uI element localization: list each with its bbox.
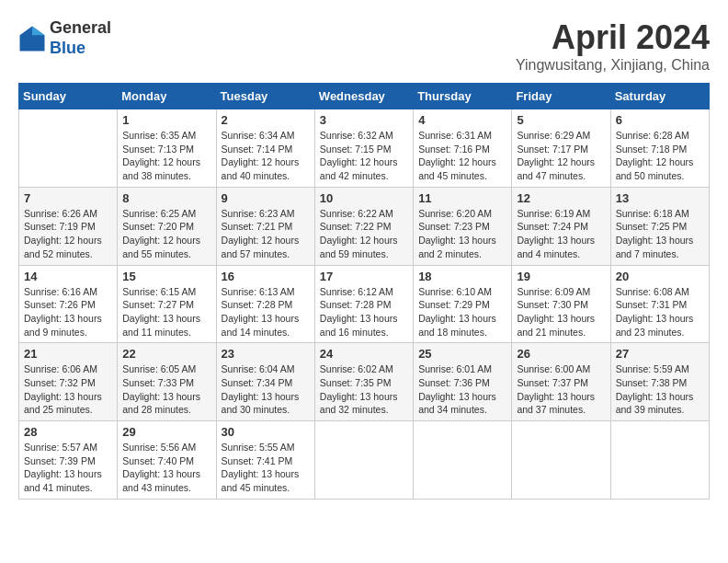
day-info: Sunrise: 6:13 AMSunset: 7:28 PMDaylight:… — [222, 285, 310, 339]
day-info: Sunrise: 6:22 AMSunset: 7:22 PMDaylight:… — [320, 207, 408, 261]
location: Yingwusitang, Xinjiang, China — [516, 57, 710, 74]
day-info: Sunrise: 6:18 AMSunset: 7:25 PMDaylight:… — [616, 207, 704, 261]
calendar-week-row: 28Sunrise: 5:57 AMSunset: 7:39 PMDayligh… — [19, 421, 710, 500]
day-number: 6 — [616, 113, 704, 127]
calendar-cell: 30Sunrise: 5:55 AMSunset: 7:41 PMDayligh… — [216, 421, 314, 500]
day-number: 26 — [517, 347, 605, 361]
calendar-week-row: 7Sunrise: 6:26 AMSunset: 7:19 PMDaylight… — [19, 187, 710, 265]
page-header: General Blue April 2024 Yingwusitang, Xi… — [18, 18, 710, 74]
day-info: Sunrise: 5:59 AMSunset: 7:38 PMDaylight:… — [616, 362, 704, 417]
calendar-cell: 7Sunrise: 6:26 AMSunset: 7:19 PMDaylight… — [19, 187, 118, 265]
logo-text: General Blue — [50, 18, 111, 58]
day-number: 15 — [122, 270, 210, 283]
day-number: 29 — [122, 425, 210, 439]
calendar-cell — [414, 421, 512, 500]
logo: General Blue — [18, 18, 111, 58]
day-info: Sunrise: 6:19 AMSunset: 7:24 PMDaylight:… — [517, 207, 605, 261]
day-number: 7 — [24, 191, 112, 205]
calendar-cell: 12Sunrise: 6:19 AMSunset: 7:24 PMDayligh… — [512, 187, 610, 265]
calendar-cell: 14Sunrise: 6:16 AMSunset: 7:26 PMDayligh… — [19, 265, 118, 343]
day-number: 9 — [222, 191, 310, 205]
calendar-cell: 23Sunrise: 6:04 AMSunset: 7:34 PMDayligh… — [216, 343, 314, 421]
calendar-cell: 1Sunrise: 6:35 AMSunset: 7:13 PMDaylight… — [118, 109, 216, 188]
day-info: Sunrise: 6:09 AMSunset: 7:30 PMDaylight:… — [517, 285, 605, 339]
day-info: Sunrise: 6:00 AMSunset: 7:37 PMDaylight:… — [517, 362, 605, 417]
calendar-cell: 17Sunrise: 6:12 AMSunset: 7:28 PMDayligh… — [314, 265, 413, 343]
day-info: Sunrise: 6:29 AMSunset: 7:17 PMDaylight:… — [517, 129, 605, 183]
logo-icon — [18, 25, 46, 52]
calendar-day-header: Friday — [512, 84, 610, 109]
day-info: Sunrise: 6:16 AMSunset: 7:26 PMDaylight:… — [24, 285, 112, 339]
title-section: April 2024 Yingwusitang, Xinjiang, China — [516, 18, 710, 74]
calendar-cell: 21Sunrise: 6:06 AMSunset: 7:32 PMDayligh… — [19, 343, 118, 421]
day-info: Sunrise: 6:12 AMSunset: 7:28 PMDaylight:… — [320, 285, 408, 339]
day-number: 22 — [122, 347, 210, 361]
calendar-cell: 16Sunrise: 6:13 AMSunset: 7:28 PMDayligh… — [216, 265, 314, 343]
day-number: 8 — [122, 191, 210, 205]
day-info: Sunrise: 6:04 AMSunset: 7:34 PMDaylight:… — [222, 362, 310, 417]
day-number: 21 — [24, 347, 112, 361]
calendar-table: SundayMondayTuesdayWednesdayThursdayFrid… — [18, 83, 710, 500]
day-info: Sunrise: 6:34 AMSunset: 7:14 PMDaylight:… — [222, 129, 310, 183]
calendar-cell: 26Sunrise: 6:00 AMSunset: 7:37 PMDayligh… — [512, 343, 610, 421]
calendar-cell: 3Sunrise: 6:32 AMSunset: 7:15 PMDaylight… — [314, 109, 413, 188]
day-number: 24 — [320, 347, 408, 361]
day-number: 3 — [320, 113, 408, 127]
calendar-cell — [512, 421, 610, 500]
day-number: 13 — [616, 191, 704, 205]
day-number: 18 — [418, 270, 506, 283]
day-info: Sunrise: 6:05 AMSunset: 7:33 PMDaylight:… — [122, 362, 210, 417]
calendar-cell — [19, 109, 118, 188]
calendar-cell: 24Sunrise: 6:02 AMSunset: 7:35 PMDayligh… — [314, 343, 413, 421]
calendar-cell — [610, 421, 709, 500]
calendar-cell: 29Sunrise: 5:56 AMSunset: 7:40 PMDayligh… — [118, 421, 216, 500]
day-number: 10 — [320, 191, 408, 205]
day-info: Sunrise: 6:10 AMSunset: 7:29 PMDaylight:… — [418, 285, 506, 339]
calendar-day-header: Saturday — [610, 84, 709, 109]
calendar-week-row: 1Sunrise: 6:35 AMSunset: 7:13 PMDaylight… — [19, 109, 710, 188]
svg-marker-1 — [32, 26, 45, 35]
day-number: 19 — [517, 270, 605, 283]
day-number: 1 — [122, 113, 210, 127]
day-info: Sunrise: 6:26 AMSunset: 7:19 PMDaylight:… — [24, 207, 112, 261]
day-info: Sunrise: 6:28 AMSunset: 7:18 PMDaylight:… — [616, 129, 704, 183]
calendar-cell: 22Sunrise: 6:05 AMSunset: 7:33 PMDayligh… — [118, 343, 216, 421]
calendar-header-row: SundayMondayTuesdayWednesdayThursdayFrid… — [19, 84, 710, 109]
calendar-cell: 15Sunrise: 6:15 AMSunset: 7:27 PMDayligh… — [118, 265, 216, 343]
calendar-cell: 13Sunrise: 6:18 AMSunset: 7:25 PMDayligh… — [610, 187, 709, 265]
day-info: Sunrise: 6:15 AMSunset: 7:27 PMDaylight:… — [122, 285, 210, 339]
calendar-cell: 19Sunrise: 6:09 AMSunset: 7:30 PMDayligh… — [512, 265, 610, 343]
day-info: Sunrise: 6:20 AMSunset: 7:23 PMDaylight:… — [418, 207, 506, 261]
calendar-cell — [314, 421, 413, 500]
calendar-day-header: Monday — [118, 84, 216, 109]
calendar-week-row: 14Sunrise: 6:16 AMSunset: 7:26 PMDayligh… — [19, 265, 710, 343]
day-number: 27 — [616, 347, 704, 361]
day-info: Sunrise: 6:31 AMSunset: 7:16 PMDaylight:… — [418, 129, 506, 183]
day-number: 23 — [222, 347, 310, 361]
calendar-cell: 5Sunrise: 6:29 AMSunset: 7:17 PMDaylight… — [512, 109, 610, 188]
day-info: Sunrise: 6:06 AMSunset: 7:32 PMDaylight:… — [24, 362, 112, 417]
calendar-cell: 25Sunrise: 6:01 AMSunset: 7:36 PMDayligh… — [414, 343, 512, 421]
day-number: 2 — [222, 113, 310, 127]
day-number: 5 — [517, 113, 605, 127]
calendar-cell: 8Sunrise: 6:25 AMSunset: 7:20 PMDaylight… — [118, 187, 216, 265]
day-info: Sunrise: 6:23 AMSunset: 7:21 PMDaylight:… — [222, 207, 310, 261]
day-info: Sunrise: 6:32 AMSunset: 7:15 PMDaylight:… — [320, 129, 408, 183]
day-number: 17 — [320, 270, 408, 283]
calendar-cell: 18Sunrise: 6:10 AMSunset: 7:29 PMDayligh… — [414, 265, 512, 343]
day-info: Sunrise: 6:02 AMSunset: 7:35 PMDaylight:… — [320, 362, 408, 417]
calendar-cell: 9Sunrise: 6:23 AMSunset: 7:21 PMDaylight… — [216, 187, 314, 265]
day-number: 16 — [222, 270, 310, 283]
day-info: Sunrise: 6:35 AMSunset: 7:13 PMDaylight:… — [122, 129, 210, 183]
calendar-cell: 6Sunrise: 6:28 AMSunset: 7:18 PMDaylight… — [610, 109, 709, 188]
calendar-cell: 2Sunrise: 6:34 AMSunset: 7:14 PMDaylight… — [216, 109, 314, 188]
logo-general-text: General — [50, 18, 111, 39]
day-info: Sunrise: 6:08 AMSunset: 7:31 PMDaylight:… — [616, 285, 704, 339]
day-number: 11 — [418, 191, 506, 205]
calendar-cell: 20Sunrise: 6:08 AMSunset: 7:31 PMDayligh… — [610, 265, 709, 343]
calendar-cell: 11Sunrise: 6:20 AMSunset: 7:23 PMDayligh… — [414, 187, 512, 265]
calendar-cell: 28Sunrise: 5:57 AMSunset: 7:39 PMDayligh… — [19, 421, 118, 500]
calendar-day-header: Sunday — [19, 84, 118, 109]
day-info: Sunrise: 5:57 AMSunset: 7:39 PMDaylight:… — [24, 441, 112, 495]
day-number: 28 — [24, 425, 112, 439]
